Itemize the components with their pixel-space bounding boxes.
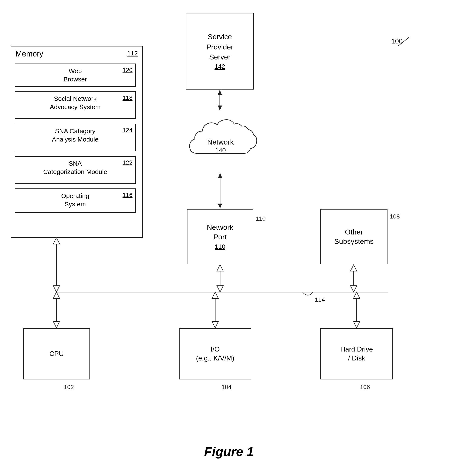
- svg-marker-30: [353, 322, 360, 328]
- sp-server-ref: 142: [215, 62, 225, 71]
- figure-label: Figure 1: [0, 444, 458, 459]
- hard-drive-label: Hard Drive/ Disk: [341, 345, 373, 363]
- svg-marker-17: [217, 265, 223, 271]
- svg-marker-10: [218, 173, 222, 178]
- network-cloud: Network 140: [181, 111, 260, 173]
- social-network-ref: 118: [123, 94, 133, 102]
- web-browser-box: WebBrowser 120: [15, 64, 136, 87]
- svg-marker-21: [350, 286, 357, 292]
- svg-marker-18: [217, 286, 223, 292]
- svg-marker-14: [53, 238, 60, 244]
- sna-category-label: SNA CategoryAnalysis Module: [52, 128, 98, 143]
- operating-system-label: OperatingSystem: [61, 192, 89, 208]
- svg-text:140: 140: [215, 147, 226, 154]
- svg-marker-27: [212, 322, 218, 328]
- ref-104-label: 104: [222, 384, 232, 391]
- svg-marker-7: [218, 90, 222, 95]
- svg-text:Network: Network: [207, 138, 234, 146]
- ref-102-label: 102: [64, 384, 74, 391]
- web-browser-label: WebBrowser: [64, 67, 87, 83]
- svg-marker-20: [350, 265, 357, 271]
- cpu-box: CPU: [23, 328, 90, 379]
- sna-categorization-label: SNACategorization Module: [43, 160, 107, 175]
- sna-category-box: SNA CategoryAnalysis Module 124: [15, 124, 136, 151]
- hard-drive-box: Hard Drive/ Disk: [320, 328, 393, 379]
- ref-114-label: 114: [315, 296, 325, 303]
- ref-108-label: 108: [390, 213, 400, 220]
- social-network-box: Social NetworkAdvocacy System 118: [15, 91, 136, 119]
- social-network-label: Social NetworkAdvocacy System: [50, 95, 100, 110]
- sna-category-ref: 124: [123, 127, 133, 134]
- ref-100-label: 100: [391, 37, 403, 45]
- service-provider-server-box: ServiceProviderServer 142: [186, 13, 254, 90]
- network-port-ref: 110: [215, 242, 225, 251]
- io-label: I/O(e.g., K/V/M): [196, 345, 234, 363]
- cpu-label: CPU: [50, 349, 64, 358]
- sna-categorization-ref: 122: [123, 159, 133, 167]
- ref-106-label: 106: [360, 384, 370, 391]
- svg-marker-23: [53, 292, 60, 298]
- memory-outer-box: Memory 112 WebBrowser 120 Social Network…: [11, 46, 143, 238]
- other-subsystems-box: OtherSubsystems: [320, 209, 387, 264]
- memory-label: Memory: [16, 49, 43, 59]
- sna-categorization-box: SNACategorization Module 122: [15, 156, 136, 184]
- operating-system-box: OperatingSystem 116: [15, 188, 136, 213]
- other-subsystems-label: OtherSubsystems: [334, 227, 374, 246]
- svg-marker-11: [218, 204, 222, 208]
- svg-marker-15: [53, 286, 60, 292]
- svg-marker-26: [212, 292, 218, 298]
- sp-server-label: ServiceProviderServer: [206, 32, 233, 62]
- svg-marker-29: [353, 292, 360, 298]
- web-browser-ref: 120: [123, 66, 133, 74]
- svg-marker-24: [53, 322, 60, 328]
- network-port-label: NetworkPort: [207, 222, 233, 241]
- svg-marker-8: [218, 105, 222, 110]
- network-port-box: NetworkPort 110: [187, 209, 253, 264]
- io-box: I/O(e.g., K/V/M): [179, 328, 251, 379]
- ref-110-label: 110: [256, 215, 266, 222]
- memory-ref: 112: [127, 49, 138, 59]
- diagram: ServiceProviderServer 142 Network 140 Ne…: [0, 0, 458, 476]
- operating-system-ref: 116: [123, 191, 133, 199]
